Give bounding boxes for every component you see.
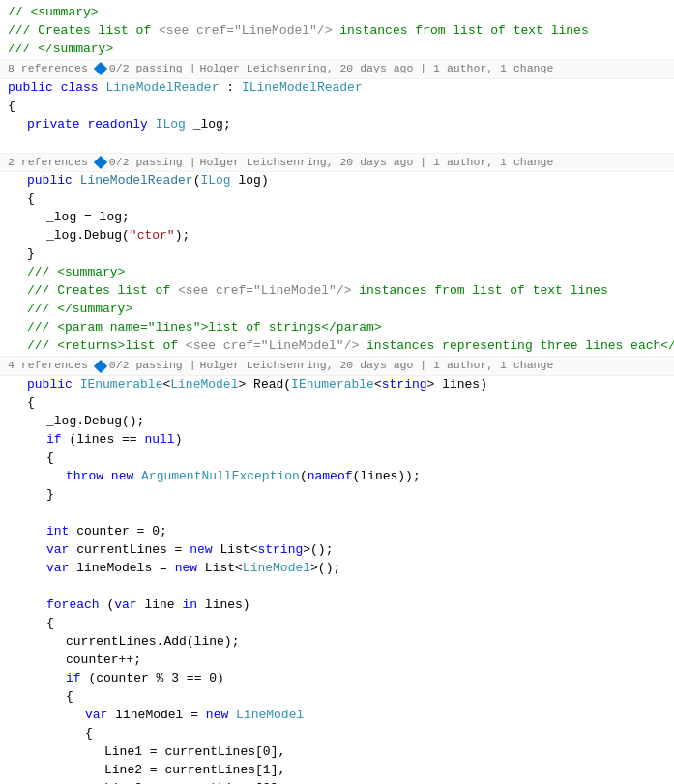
code-line-content: {: [8, 615, 666, 633]
code-line-content: /// Creates list of <see cref="LineModel…: [8, 282, 666, 301]
code-token: >list of strings</param>: [200, 320, 381, 334]
code-line: [0, 134, 674, 153]
author-info: Holger Leichsenring, 20 days ago | 1 aut…: [200, 61, 554, 77]
code-token: [228, 708, 236, 722]
code-token: log): [231, 173, 269, 188]
code-token: > lines): [427, 377, 487, 392]
code-line-content: _log.Debug("ctor");: [8, 227, 666, 246]
code-line: /// Creates list of <see cref="LineModel…: [0, 22, 674, 41]
code-token: _log = log;: [46, 210, 130, 224]
code-token: counter++;: [66, 653, 141, 667]
code-token: /// <param name=: [27, 320, 148, 334]
code-token: IEnumerable: [291, 377, 374, 392]
code-line-content: if (lines == null): [8, 431, 666, 450]
code-token: "lines": [148, 320, 201, 334]
code-token: string: [382, 377, 427, 392]
code-line: {: [0, 98, 674, 116]
code-line: foreach (var line in lines): [0, 596, 674, 615]
code-token: {: [66, 689, 73, 704]
refs-count: 4 references: [8, 358, 88, 374]
code-token: from list of text lines: [407, 23, 588, 38]
code-token: [53, 80, 61, 95]
code-line: Line3 = currentLines[2],: [0, 780, 674, 784]
code-token: (lines));: [353, 469, 421, 483]
code-line: var currentLines = new List<string>();: [0, 541, 674, 560]
passing-status: 0/2 passing |: [109, 155, 196, 171]
code-token: if: [46, 432, 62, 447]
code-line: if (counter % 3 == 0): [0, 670, 674, 688]
code-line: }: [0, 246, 674, 264]
code-line-content: /// <summary>: [8, 264, 666, 282]
code-token: in: [182, 597, 197, 612]
code-token: /// </summary>: [27, 302, 132, 316]
code-token: {: [8, 99, 15, 113]
code-line-content: _log.Debug();: [8, 413, 666, 431]
code-line-content: // <summary>: [8, 4, 666, 22]
code-line: counter++;: [0, 652, 674, 670]
code-token: (: [300, 469, 308, 483]
code-token: [73, 173, 80, 188]
code-token: "ctor": [130, 228, 175, 243]
code-token: LineModelReader: [105, 80, 219, 95]
code-token: readonly: [87, 117, 147, 131]
code-token: ILog: [156, 117, 186, 131]
author-info: Holger Leichsenring, 20 days ago | 1 aut…: [200, 358, 554, 374]
meta-info-line: 4 references0/2 passing | Holger Leichse…: [0, 356, 674, 376]
code-line-content: {: [8, 190, 666, 209]
code-token: instances: [332, 23, 407, 38]
code-token: new: [206, 708, 228, 722]
code-token: /// </summary>: [8, 42, 113, 56]
code-token: >();: [310, 561, 340, 575]
code-line: // <summary>: [0, 4, 674, 22]
code-token: <see cref="LineModel"/>: [186, 338, 359, 353]
code-line: public IEnumerable<LineModel> Read(IEnum…: [0, 376, 674, 394]
code-line: private readonly ILog _log;: [0, 116, 674, 134]
code-line-content: Line3 = currentLines[2],: [8, 780, 666, 784]
code-token: (: [100, 597, 115, 612]
code-line-content: /// <returns>list of <see cref="LineMode…: [8, 337, 674, 356]
meta-info-line: 8 references0/2 passing | Holger Leichse…: [0, 59, 674, 79]
code-token: instances representing three lines each<…: [359, 338, 674, 353]
code-token: string: [257, 542, 303, 557]
code-token: new: [175, 561, 197, 575]
code-token: class: [61, 80, 99, 95]
code-line: {: [0, 725, 674, 743]
code-line-content: var lineModel = new LineModel: [8, 707, 666, 725]
code-line-content: foreach (var line in lines): [8, 596, 666, 615]
code-line-content: Line1 = currentLines[0],: [8, 743, 666, 762]
code-line-content: {: [8, 725, 666, 743]
code-token: /// <summary>: [27, 265, 125, 279]
code-line-content: _log = log;: [8, 209, 666, 227]
code-token: /// <returns>list of: [27, 338, 186, 353]
code-line: Line2 = currentLines[1],: [0, 762, 674, 780]
code-token: >();: [303, 542, 333, 557]
code-line-content: /// <param name="lines">list of strings<…: [8, 319, 666, 337]
code-token: {: [85, 726, 93, 740]
code-token: {: [46, 616, 54, 630]
code-token: {: [46, 450, 54, 465]
code-line: {: [0, 688, 674, 707]
code-token: counter = 0;: [69, 524, 166, 538]
test-diamond-icon: [94, 156, 107, 169]
code-line: }: [0, 486, 674, 505]
code-line-content: Line2 = currentLines[1],: [8, 762, 666, 780]
code-token: lineModels =: [69, 561, 174, 575]
test-diamond-icon: [94, 62, 107, 75]
code-line-content: {: [8, 450, 666, 468]
refs-count: 2 references: [8, 155, 88, 171]
code-token: var: [114, 597, 136, 612]
code-token: new: [190, 542, 212, 557]
code-line-content: private readonly ILog _log;: [8, 116, 666, 134]
code-token: }: [27, 247, 35, 261]
code-line: {: [0, 190, 674, 209]
code-token: [103, 469, 111, 483]
code-token: List<: [213, 542, 258, 557]
code-line: {: [0, 394, 674, 413]
code-token: line: [137, 597, 183, 612]
code-line-content: var lineModels = new List<LineModel>();: [8, 560, 666, 578]
code-line: _log = log;: [0, 209, 674, 227]
code-line: [0, 505, 674, 523]
code-token: new: [111, 469, 133, 483]
code-line: _log.Debug("ctor");: [0, 227, 674, 246]
code-token: _log.Debug(: [46, 228, 130, 243]
